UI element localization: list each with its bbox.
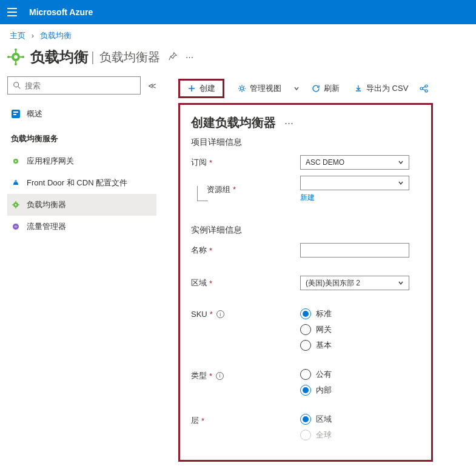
form-title: 创建负载均衡器 [191, 115, 276, 131]
name-label: 名称* [191, 245, 300, 256]
sidebar-item-frontdoor[interactable]: Front Door 和 CDN 配置文件 [7, 172, 156, 194]
section-project-label: 项目详细信息 [191, 137, 420, 148]
sku-label: SKU* i [191, 308, 300, 319]
svg-point-1 [14, 55, 18, 59]
export-csv-button[interactable]: 导出为 CSV [347, 79, 415, 98]
region-label: 区域* [191, 278, 300, 288]
svg-point-3 [15, 63, 17, 65]
page-subtitle: 负载均衡器 [99, 49, 160, 65]
sidebar: ≪ 概述 负载均衡服务 应用程序网关 Front Door 和 CDN 配置文件… [0, 76, 164, 462]
search-icon [13, 81, 21, 90]
sidebar-item-loadbalancer[interactable]: 负载均衡器 [7, 194, 156, 216]
sidebar-item-label: 负载均衡器 [27, 199, 66, 210]
frontdoor-icon [11, 178, 21, 188]
more-icon[interactable]: ⋯ [284, 118, 293, 128]
search-input-wrapper[interactable] [7, 76, 141, 95]
chevron-down-icon [398, 280, 404, 286]
manage-view-button[interactable]: 管理视图 [230, 79, 289, 98]
tier-radio-regional[interactable]: 区域 [300, 414, 420, 425]
refresh-icon [312, 84, 320, 93]
create-button[interactable]: 创建 [178, 79, 224, 98]
svg-point-12 [15, 180, 17, 182]
svg-point-6 [14, 82, 19, 87]
sidebar-item-appgateway[interactable]: 应用程序网关 [7, 150, 156, 172]
svg-point-16 [241, 87, 244, 90]
name-input[interactable] [300, 243, 409, 258]
svg-point-18 [425, 85, 427, 87]
tier-label: 层* [191, 414, 300, 426]
sku-radio-basic[interactable]: 基本 [300, 340, 420, 351]
breadcrumb: 主页 › 负载均衡 [0, 24, 476, 47]
share-button[interactable] [415, 79, 436, 98]
search-input[interactable] [25, 81, 135, 90]
chevron-down-icon[interactable] [293, 84, 300, 93]
sidebar-item-trafficmanager[interactable]: 流量管理器 [7, 216, 156, 238]
download-icon [354, 84, 363, 93]
create-form-panel: 创建负载均衡器 ⋯ 项目详细信息 订阅* ASC DEMO 资源组* [178, 103, 433, 462]
plus-icon [187, 84, 196, 93]
svg-point-11 [15, 161, 17, 162]
svg-point-4 [7, 56, 10, 58]
trafficmanager-icon [11, 222, 21, 231]
page-title: 负载均衡 [30, 47, 89, 67]
sidebar-item-label: Front Door 和 CDN 配置文件 [27, 178, 127, 188]
toolbar-label: 导出为 CSV [366, 83, 408, 94]
toolbar: 创建 管理视图 刷新 导出为 CSV [178, 76, 476, 101]
section-instance-label: 实例详细信息 [191, 225, 420, 236]
chevron-down-icon [398, 180, 404, 186]
info-icon[interactable]: i [216, 310, 224, 318]
type-radio-public[interactable]: 公有 [300, 369, 420, 380]
sku-radio-standard[interactable]: 标准 [300, 308, 420, 319]
type-label: 类型* i [191, 369, 300, 381]
svg-rect-9 [13, 114, 16, 115]
sku-radio-gateway[interactable]: 网关 [300, 324, 420, 335]
sidebar-item-label: 应用程序网关 [27, 156, 74, 167]
sidebar-collapse-icon[interactable]: ≪ [148, 81, 156, 90]
chevron-right-icon: › [32, 31, 34, 40]
svg-point-17 [420, 87, 423, 90]
loadbalancer-icon [11, 200, 21, 210]
svg-point-2 [15, 48, 17, 51]
refresh-button[interactable]: 刷新 [304, 79, 347, 98]
hamburger-icon[interactable] [7, 8, 17, 16]
toolbar-label: 管理视图 [250, 83, 281, 94]
svg-point-19 [425, 90, 427, 92]
svg-rect-8 [13, 111, 18, 113]
subscription-select[interactable]: ASC DEMO [300, 155, 409, 170]
resource-group-label: 资源组* [207, 184, 300, 195]
main-content: 创建 管理视图 刷新 导出为 CSV 创建负载均衡器 ⋯ [164, 76, 476, 462]
load-balancer-icon [7, 48, 24, 65]
pin-icon[interactable] [169, 52, 177, 62]
overview-icon [11, 109, 21, 119]
breadcrumb-home[interactable]: 主页 [10, 31, 25, 40]
chevron-down-icon [398, 159, 404, 165]
svg-point-14 [15, 204, 17, 206]
appgateway-icon [11, 156, 21, 166]
sidebar-section-header: 负载均衡服务 [7, 125, 156, 150]
page-title-row: 负载均衡 | 负载均衡器 ⋯ [0, 47, 476, 76]
gear-icon [238, 84, 246, 93]
info-icon[interactable]: i [216, 372, 224, 380]
new-resource-group-link[interactable]: 新建 [300, 193, 420, 203]
region-select[interactable]: (美国)美国东部 2 [300, 276, 409, 290]
sidebar-item-label: 概述 [27, 108, 42, 119]
title-divider: | [91, 49, 95, 65]
tier-radio-global: 全球 [300, 430, 420, 440]
sidebar-item-overview[interactable]: 概述 [7, 103, 156, 125]
more-icon[interactable]: ⋯ [186, 53, 193, 62]
toolbar-label: 刷新 [324, 83, 340, 94]
svg-point-5 [22, 56, 24, 58]
resource-group-select[interactable] [300, 176, 409, 190]
toolbar-label: 创建 [199, 83, 215, 94]
breadcrumb-current[interactable]: 负载均衡 [40, 31, 72, 40]
azure-topbar: Microsoft Azure [0, 0, 476, 24]
brand-label: Microsoft Azure [29, 7, 93, 17]
sidebar-item-label: 流量管理器 [27, 221, 66, 232]
type-radio-internal[interactable]: 内部 [300, 385, 420, 396]
subscription-label: 订阅* [191, 157, 300, 168]
share-icon [419, 84, 429, 93]
